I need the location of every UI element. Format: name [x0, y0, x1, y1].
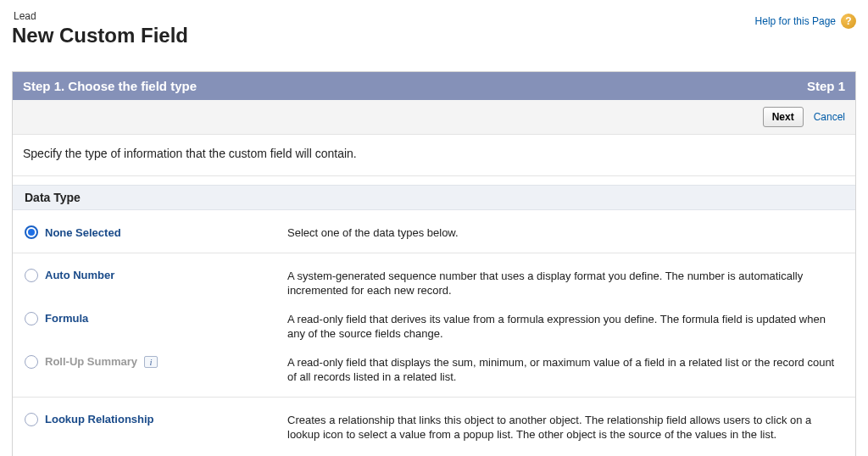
wizard-panel: Step 1. Choose the field type Step 1 Nex… [12, 71, 856, 456]
radio-label-lookup[interactable]: Lookup Relationship [45, 413, 154, 425]
radio-label-autonumber[interactable]: Auto Number [45, 269, 114, 281]
step-bar-right: Step 1 [807, 79, 845, 93]
field-type-row-rollup: Roll-Up SummaryiA read-only field that d… [13, 348, 855, 398]
help-icon[interactable]: ? [841, 14, 856, 29]
radio-none[interactable] [25, 225, 38, 239]
instruction-text: Specify the type of information that the… [13, 135, 855, 176]
field-type-desc-lookup: Creates a relationship that links this o… [287, 413, 843, 442]
field-type-row-lookup: Lookup RelationshipCreates a relationshi… [13, 398, 855, 449]
cancel-link[interactable]: Cancel [814, 111, 845, 123]
section-header-data-type: Data Type [13, 185, 855, 210]
field-type-desc-rollup: A read-only field that displays the sum,… [287, 355, 843, 385]
info-icon[interactable]: i [144, 356, 158, 368]
page-title: New Custom Field [12, 24, 188, 47]
next-button[interactable]: Next [763, 107, 804, 127]
radio-label-rollup: Roll-Up Summary [45, 355, 137, 368]
step-bar-left: Step 1. Choose the field type [23, 79, 197, 93]
step-bar: Step 1. Choose the field type Step 1 [13, 72, 855, 100]
action-bar: Next Cancel [13, 100, 855, 135]
help-link[interactable]: Help for this Page [755, 15, 836, 27]
radio-label-formula[interactable]: Formula [45, 312, 88, 325]
radio-formula[interactable] [25, 312, 38, 325]
radio-lookup[interactable] [25, 413, 38, 426]
field-type-desc-autonumber: A system-generated sequence number that … [287, 269, 843, 298]
field-type-row-autonumber: Auto NumberA system-generated sequence n… [13, 253, 855, 305]
field-type-row-none: None SelectedSelect one of the data type… [13, 210, 855, 253]
field-type-row-formula: FormulaA read-only field that derives it… [13, 305, 855, 348]
field-type-row-extlookup: External Lookup RelationshipCreates a re… [13, 449, 855, 456]
radio-autonumber[interactable] [25, 269, 38, 282]
radio-label-none[interactable]: None Selected [45, 226, 121, 239]
field-type-desc-none: Select one of the data types below. [287, 225, 843, 241]
radio-rollup [25, 355, 38, 369]
field-type-desc-formula: A read-only field that derives its value… [287, 312, 843, 342]
breadcrumb: Lead [12, 10, 188, 22]
